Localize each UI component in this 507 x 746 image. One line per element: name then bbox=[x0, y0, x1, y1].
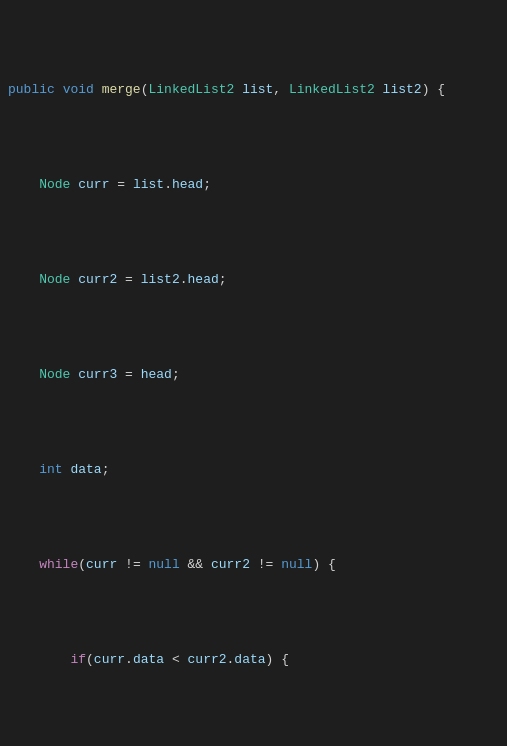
line-content-2: Node curr = list.head; bbox=[4, 175, 507, 194]
line-content-1: public void merge(LinkedList2 list, Link… bbox=[4, 80, 507, 99]
code-line-6: while(curr != null && curr2 != null) { bbox=[0, 555, 507, 574]
line-content-5: int data; bbox=[4, 460, 507, 479]
code-line-4: Node curr3 = head; bbox=[0, 365, 507, 384]
line-content-7: if(curr.data < curr2.data) { bbox=[4, 650, 507, 669]
code-line-2: Node curr = list.head; bbox=[0, 175, 507, 194]
code-line-1: public void merge(LinkedList2 list, Link… bbox=[0, 80, 507, 99]
line-content-3: Node curr2 = list2.head; bbox=[4, 270, 507, 289]
code-editor: public void merge(LinkedList2 list, Link… bbox=[0, 0, 507, 746]
code-line-5: int data; bbox=[0, 460, 507, 479]
line-content-4: Node curr3 = head; bbox=[4, 365, 507, 384]
code-line-3: Node curr2 = list2.head; bbox=[0, 270, 507, 289]
code-line-7: if(curr.data < curr2.data) { bbox=[0, 650, 507, 669]
line-content-6: while(curr != null && curr2 != null) { bbox=[4, 555, 507, 574]
